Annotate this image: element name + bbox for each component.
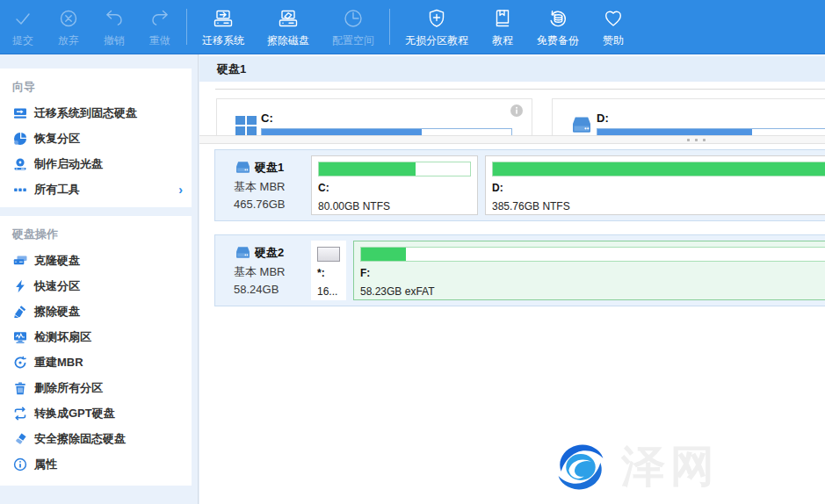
commit-button[interactable]: 提交 [0, 0, 46, 54]
section-title-wizard: 向导 [0, 77, 192, 100]
partition-label: D: [492, 182, 825, 194]
partition-size-fs: 80.00GB NTFS [318, 200, 471, 212]
sidebar-item-properties[interactable]: 属性 [0, 451, 192, 477]
info-icon[interactable] [510, 104, 523, 117]
wizard-panel: 向导 迁移系统到固态硬盘 恢复分区 制作启动光盘 所有工具 [0, 68, 192, 207]
properties-icon [12, 457, 27, 472]
sidebar-item-all-tools[interactable]: 所有工具 › [0, 176, 192, 202]
partition-size-fs: 16... [317, 285, 340, 298]
tab-disk1[interactable]: 硬盘1 [217, 61, 246, 77]
splitter-dots-icon [684, 139, 707, 141]
partition-usage-bar [317, 247, 340, 262]
overview-card-d[interactable]: D: [552, 98, 825, 135]
rebuild-mbr-icon [12, 355, 27, 370]
partition-c[interactable]: C: 80.00GB NTFS [311, 155, 478, 215]
redo-icon [148, 6, 171, 31]
quick-partition-icon [12, 278, 27, 293]
sidebar: 向导 迁移系统到固态硬盘 恢复分区 制作启动光盘 所有工具 [0, 54, 199, 504]
sidebar-item-quick-partition[interactable]: 快速分区 [0, 273, 192, 299]
windows-icon [233, 112, 259, 135]
disk-name: 硬盘2 [255, 245, 284, 261]
free-backup-button[interactable]: 免费备份 [525, 0, 590, 54]
sponsor-heart-icon [602, 6, 625, 31]
drive-letter: D: [597, 112, 825, 125]
toolbar-separator [186, 9, 187, 45]
watermark-text: 泽网 [621, 437, 720, 496]
allocate-space-button[interactable]: 配置空间 [321, 0, 386, 54]
disk-icon [234, 158, 252, 176]
partition-label: F: [360, 267, 825, 279]
sidebar-item-delete-all-partitions[interactable]: 删除所有分区 [0, 375, 192, 400]
partition-usage-bar [318, 162, 471, 176]
drive-letter: C: [261, 112, 512, 125]
disk2-info[interactable]: 硬盘2 基本 MBR 58.24GB [221, 241, 304, 300]
recover-partition-icon [12, 131, 27, 146]
tabstrip: 硬盘1 [199, 54, 825, 82]
sidebar-item-recover-partition[interactable]: 恢复分区 [0, 126, 192, 151]
tutorial-icon [491, 6, 514, 31]
migrate-to-ssd-icon [12, 105, 27, 120]
redo-button[interactable]: 重做 [137, 0, 183, 54]
delete-partitions-icon [12, 380, 27, 395]
overview-splitter-handle[interactable] [199, 135, 825, 144]
wipe-disk-icon [277, 6, 300, 31]
partition-size-fs: 385.76GB NTFS [492, 200, 825, 212]
sidebar-item-convert-gpt[interactable]: 转换成GPT硬盘 [0, 400, 192, 426]
disk-row-2: 硬盘2 基本 MBR 58.24GB *: 16... F: 58.23GB e… [214, 234, 825, 306]
partition-label: C: [318, 182, 471, 194]
partition-unnamed[interactable]: *: 16... [311, 241, 346, 300]
sidebar-item-bad-sector-test[interactable]: 检测坏扇区 [0, 324, 192, 349]
partition-manager-window: 提交 放弃 撤销 重做 迁移系统 擦除磁盘 [0, 0, 825, 504]
sidebar-item-clone-disk[interactable]: 克隆硬盘 [0, 248, 192, 273]
sidebar-item-rebuild-mbr[interactable]: 重建MBR [0, 349, 192, 375]
all-tools-icon [12, 182, 27, 197]
sidebar-item-secure-erase-ssd[interactable]: 安全擦除固态硬盘 [0, 426, 192, 451]
migrate-os-button[interactable]: 迁移系统 [191, 0, 256, 54]
commit-check-icon [11, 6, 34, 31]
disk-type: 基本 MBR [234, 264, 304, 280]
disk-size: 58.24GB [234, 283, 304, 296]
disk-operations-panel: 硬盘操作 克隆硬盘 快速分区 擦除硬盘 检测坏扇区 [0, 216, 192, 486]
disk-icon [234, 243, 252, 262]
partition-usage-bar [360, 247, 825, 262]
disk-row-1: 硬盘1 基本 MBR 465.76GB C: 80.00GB NTFS D: 3… [214, 149, 825, 221]
bad-sector-icon [12, 329, 27, 344]
sidebar-item-migrate-to-ssd[interactable]: 迁移系统到固态硬盘 [0, 100, 192, 126]
toolbar: 提交 放弃 撤销 重做 迁移系统 擦除磁盘 [0, 0, 825, 54]
divider [215, 89, 825, 90]
sponsor-button[interactable]: 赞助 [590, 0, 636, 54]
partition-label: *: [317, 267, 340, 279]
sidebar-item-wipe-hdd[interactable]: 擦除硬盘 [0, 299, 192, 324]
chevron-right-icon: › [178, 183, 183, 197]
drive-usage-bar [261, 128, 512, 135]
clone-disk-icon [12, 253, 27, 268]
disk-name: 硬盘1 [255, 160, 284, 176]
disk-type: 基本 MBR [234, 179, 304, 195]
convert-gpt-icon [12, 406, 27, 421]
tutorial-button[interactable]: 教程 [480, 0, 525, 54]
overview-card-c[interactable]: C: [216, 98, 532, 135]
disk-size: 465.76GB [234, 198, 304, 211]
drive-usage-bar [597, 128, 825, 135]
discard-button[interactable]: 放弃 [46, 0, 91, 54]
disk-icon [568, 112, 595, 135]
toolbar-separator [389, 9, 390, 45]
partition-d[interactable]: D: 385.76GB NTFS [485, 155, 825, 215]
wipe-disk-button[interactable]: 擦除磁盘 [256, 0, 321, 54]
wipe-hdd-icon [12, 304, 27, 319]
watermark: 泽网 [549, 437, 720, 496]
undo-icon [103, 6, 126, 31]
watermark-swirl-logo [549, 440, 612, 494]
partition-tutorial-icon [425, 6, 448, 31]
allocate-space-icon [342, 6, 365, 31]
undo-button[interactable]: 撤销 [91, 0, 137, 54]
partition-tutorial-button[interactable]: 无损分区教程 [394, 0, 480, 54]
main-content: 硬盘1 C: D: [199, 54, 825, 504]
partition-usage-bar [492, 162, 825, 176]
free-backup-icon [546, 6, 569, 31]
disk1-info[interactable]: 硬盘1 基本 MBR 465.76GB [221, 155, 304, 215]
bootable-media-icon [12, 156, 27, 171]
section-title-disk-operations: 硬盘操作 [0, 225, 192, 248]
sidebar-item-bootable-media[interactable]: 制作启动光盘 [0, 151, 192, 176]
partition-f-selected[interactable]: F: 58.23GB exFAT [353, 241, 825, 300]
